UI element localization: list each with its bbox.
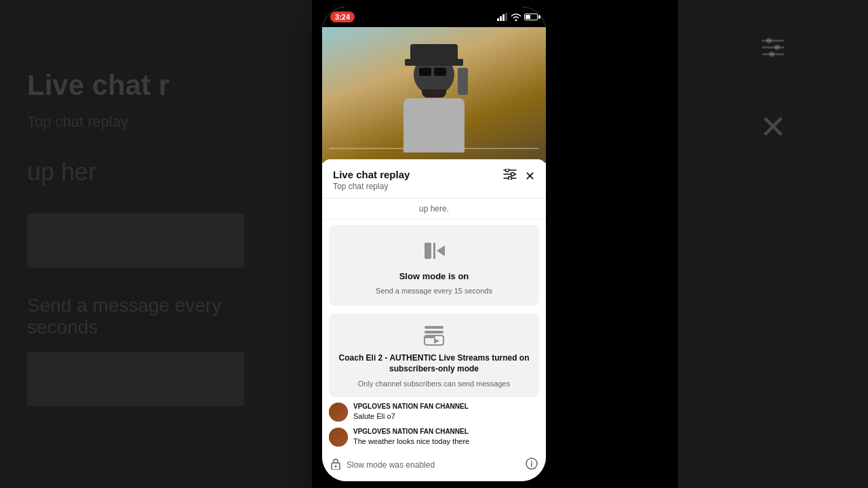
mic-boom <box>458 68 468 95</box>
status-text: Slow mode was enabled <box>347 460 520 470</box>
person-hat <box>410 44 458 64</box>
panel-subtitle: Top chat replay <box>333 182 410 191</box>
slow-mode-description: Send a message every 15 seconds <box>376 287 492 295</box>
close-icon[interactable]: ✕ <box>525 170 535 182</box>
svg-point-26 <box>531 460 532 462</box>
message-text: Salute Eli o7 <box>353 411 539 422</box>
slow-mode-icon <box>419 236 449 266</box>
info-icon[interactable] <box>526 458 538 472</box>
chat-panel: Live chat replay Top chat replay ✕ <box>322 159 546 481</box>
svg-point-15 <box>509 177 512 180</box>
svg-rect-8 <box>502 14 505 21</box>
panel-actions: ✕ <box>503 169 535 183</box>
video-area <box>322 7 546 163</box>
background-right: ✕ <box>678 0 868 488</box>
avatar <box>329 403 348 422</box>
message-author: VPGLOVES NATION FAN CHANNEL <box>353 403 539 410</box>
message-content: VPGLOVES NATION FAN CHANNEL The weather … <box>353 428 539 447</box>
svg-rect-16 <box>425 243 431 259</box>
glass-left <box>419 68 431 76</box>
bg-slow-text: Send a message every seconds <box>27 295 285 338</box>
subscribers-description: Only channel subscribers can send messag… <box>358 380 510 388</box>
signal-icon <box>497 13 508 21</box>
panel-header: Live chat replay Top chat replay ✕ <box>322 159 546 199</box>
svg-point-23 <box>335 465 337 467</box>
avatar <box>329 428 348 447</box>
chat-message: VPGLOVES NATION FAN CHANNEL The weather … <box>329 428 539 447</box>
up-here-text: up here. <box>322 199 546 220</box>
person-glasses <box>419 68 446 76</box>
bg-close-icon: ✕ <box>760 108 787 146</box>
message-content: VPGLOVES NATION FAN CHANNEL Salute Eli o… <box>353 403 539 422</box>
status-time: 3:24 <box>330 12 355 22</box>
subscribers-title: Coach Eli 2 - AUTHENTIC Live Streams tur… <box>337 353 531 374</box>
subscribers-card: Coach Eli 2 - AUTHENTIC Live Streams tur… <box>329 314 539 397</box>
svg-rect-6 <box>497 18 499 21</box>
svg-point-3 <box>766 38 772 43</box>
person-silhouette <box>387 41 481 163</box>
bg-subtitle: Top chat replay <box>27 113 285 131</box>
svg-rect-19 <box>425 331 443 333</box>
panel-title: Live chat replay <box>333 169 410 180</box>
lock-icon <box>330 458 341 472</box>
message-text: The weather looks nice today there <box>353 436 539 447</box>
svg-point-4 <box>774 45 780 50</box>
person-beard <box>422 89 446 98</box>
background-left: Live chat r Top chat replay up her Send … <box>0 0 312 488</box>
svg-point-5 <box>769 52 774 57</box>
slow-mode-title: Slow mode is on <box>399 271 469 281</box>
wifi-icon <box>511 13 521 21</box>
bg-box1 <box>27 214 244 268</box>
message-author: VPGLOVES NATION FAN CHANNEL <box>353 428 539 435</box>
phone-container: 3:24 <box>322 7 546 481</box>
battery-icon <box>524 14 538 20</box>
chat-messages: VPGLOVES NATION FAN CHANNEL Salute Eli o… <box>322 403 546 447</box>
bg-title: Live chat r <box>27 68 285 102</box>
svg-rect-17 <box>433 243 435 259</box>
glass-right <box>434 68 446 76</box>
subscribers-icon <box>422 323 446 348</box>
panel-titles: Live chat replay Top chat replay <box>333 169 410 191</box>
filter-icon[interactable] <box>503 169 517 183</box>
status-notification: Slow mode was enabled <box>322 451 546 479</box>
person-body <box>403 98 465 152</box>
slow-mode-card: Slow mode is on Send a message every 15 … <box>329 225 539 306</box>
bg-message: up her <box>27 158 285 186</box>
svg-rect-18 <box>425 326 443 329</box>
svg-rect-9 <box>505 13 507 21</box>
svg-point-14 <box>511 173 515 176</box>
bg-filter-icon <box>760 34 787 67</box>
svg-point-13 <box>506 169 509 172</box>
bg-box2 <box>27 352 244 406</box>
status-icons <box>497 13 538 21</box>
chat-message: VPGLOVES NATION FAN CHANNEL Salute Eli o… <box>329 403 539 422</box>
status-bar: 3:24 <box>322 7 546 27</box>
chat-content: up here. Slow mode is on Send a message … <box>322 199 546 481</box>
svg-rect-7 <box>500 16 502 21</box>
person-head <box>414 54 454 95</box>
